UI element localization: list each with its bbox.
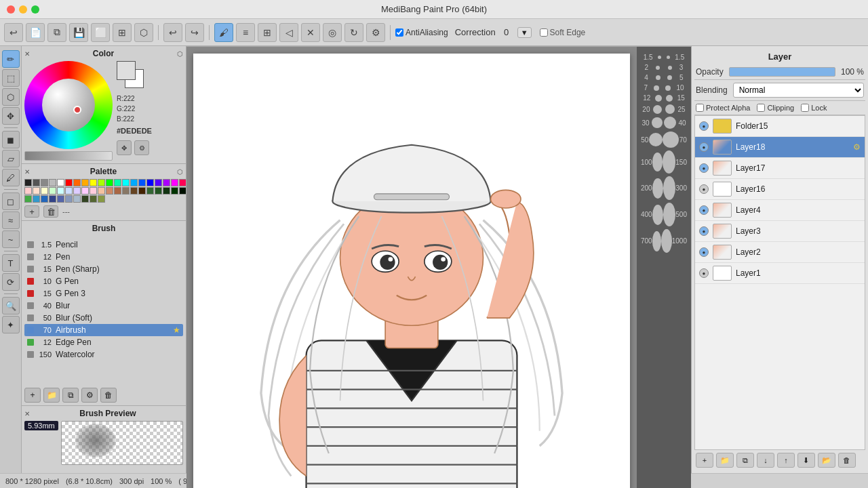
- tool-select[interactable]: ⬚: [2, 69, 20, 87]
- brush-copy[interactable]: ⧉: [62, 388, 79, 403]
- tool-smudge[interactable]: ~: [2, 230, 20, 248]
- palette-color-30[interactable]: [106, 187, 113, 195]
- ruler-right-dot[interactable]: [667, 56, 670, 59]
- palette-color-22[interactable]: [41, 187, 48, 195]
- tool-grid2-btn[interactable]: ⊞: [258, 23, 277, 42]
- brush-folder[interactable]: 📁: [43, 388, 60, 403]
- brush-delete[interactable]: 🗑: [100, 388, 117, 403]
- tool-extra2[interactable]: ✦: [2, 316, 20, 333]
- palette-color-5[interactable]: [65, 179, 73, 186]
- preview-panel-close[interactable]: ✕: [24, 410, 30, 418]
- palette-color-0[interactable]: [24, 179, 32, 186]
- palette-color-37[interactable]: [163, 187, 170, 195]
- layer-folder-btn[interactable]: 📂: [818, 453, 835, 468]
- palette-color-15[interactable]: [146, 179, 154, 186]
- palette-color-40[interactable]: [24, 195, 32, 203]
- tool-fill[interactable]: ◼: [2, 131, 20, 148]
- palette-color-48[interactable]: [90, 195, 97, 203]
- layer-item-layer16[interactable]: ●Layer16: [695, 179, 865, 200]
- palette-color-17[interactable]: [163, 179, 170, 186]
- tool-blur[interactable]: ≈: [2, 211, 20, 229]
- ruler-right-dot[interactable]: [668, 66, 672, 70]
- palette-color-39[interactable]: [179, 187, 186, 195]
- palette-color-35[interactable]: [146, 187, 154, 195]
- ruler-left-dot[interactable]: [652, 231, 661, 251]
- palette-color-18[interactable]: [171, 179, 178, 186]
- ruler-right-dot[interactable]: [664, 117, 676, 129]
- ruler-right-dot[interactable]: [663, 203, 676, 226]
- color-extra-btn2[interactable]: ⚙: [134, 140, 149, 155]
- clipping-option[interactable]: Clipping: [757, 104, 794, 112]
- minimize-button[interactable]: [19, 5, 27, 14]
- canvas-area[interactable]: 1.51.52345710121520253040507010015020030…: [186, 47, 691, 488]
- palette-color-46[interactable]: [73, 195, 81, 203]
- ruler-right-dot[interactable]: [663, 131, 679, 148]
- palette-color-42[interactable]: [41, 195, 48, 203]
- ruler-left-dot[interactable]: [652, 152, 663, 171]
- palette-color-8[interactable]: [90, 179, 97, 186]
- tool-undo-btn[interactable]: ↩: [4, 23, 23, 42]
- palette-color-27[interactable]: [81, 187, 89, 195]
- layer-visibility-toggle[interactable]: ●: [699, 142, 709, 152]
- ruler-right-dot[interactable]: [667, 75, 672, 80]
- layer-move-up-btn[interactable]: ↑: [777, 453, 795, 468]
- brush-item-pen[interactable]: 12Pen: [24, 251, 183, 263]
- fg-swatch[interactable]: [117, 61, 136, 80]
- color-gradient-bar[interactable]: [24, 151, 113, 161]
- ruler-left-dot[interactable]: [649, 133, 663, 146]
- layer-visibility-toggle[interactable]: ●: [699, 268, 709, 278]
- canvas[interactable]: [193, 54, 630, 488]
- ruler-left-dot[interactable]: [655, 95, 662, 102]
- tool-text[interactable]: T: [2, 254, 20, 272]
- brush-add[interactable]: +: [24, 388, 41, 403]
- palette-color-38[interactable]: [171, 187, 178, 195]
- tool-redo-action[interactable]: ↪: [185, 23, 204, 42]
- lock-checkbox[interactable]: [801, 104, 809, 112]
- palette-color-24[interactable]: [57, 187, 64, 195]
- ruler-left-dot[interactable]: [652, 205, 663, 225]
- palette-color-25[interactable]: [65, 187, 73, 195]
- layer-item-layer2[interactable]: ●Layer2: [695, 242, 865, 263]
- tool-shape[interactable]: ▱: [2, 150, 20, 167]
- palette-color-12[interactable]: [122, 179, 130, 186]
- ruler-right-dot[interactable]: [663, 150, 675, 174]
- protect-alpha-checkbox[interactable]: [696, 104, 704, 112]
- layer-item-layer17[interactable]: ●Layer17: [695, 158, 865, 179]
- tool-extra1[interactable]: ⟳: [2, 273, 20, 291]
- layer-visibility-toggle[interactable]: ●: [699, 121, 709, 131]
- layer-add-btn[interactable]: +: [696, 453, 713, 468]
- palette-panel-expand[interactable]: ⬡: [177, 168, 183, 176]
- layer-merge-btn[interactable]: ⬇: [797, 453, 815, 468]
- ruler-right-dot[interactable]: [663, 176, 676, 200]
- color-panel-close[interactable]: ✕: [24, 50, 30, 58]
- ruler-left-dot[interactable]: [653, 105, 662, 114]
- tool-fill-btn[interactable]: ≡: [236, 23, 255, 42]
- palette-color-6[interactable]: [73, 179, 81, 186]
- palette-color-1[interactable]: [33, 179, 40, 186]
- tool-settings-btn[interactable]: ⚙: [366, 23, 385, 42]
- ruler-right-dot[interactable]: [661, 229, 672, 253]
- tool-export-btn[interactable]: ⬜: [91, 23, 110, 42]
- color-wheel[interactable]: [24, 61, 113, 149]
- layer-visibility-toggle[interactable]: ●: [699, 226, 709, 236]
- brush-item-watercolor[interactable]: 150Watercolor: [24, 348, 183, 361]
- tool-eyedropper[interactable]: 🖊: [2, 169, 20, 186]
- tool-share-btn[interactable]: ⬡: [134, 23, 153, 42]
- protect-alpha-option[interactable]: Protect Alpha: [696, 104, 750, 112]
- layer-visibility-toggle[interactable]: ●: [699, 184, 709, 194]
- layer-item-layer1[interactable]: ●Layer1: [695, 263, 865, 284]
- palette-color-43[interactable]: [49, 195, 56, 203]
- clipping-checkbox[interactable]: [757, 104, 765, 112]
- blending-dropdown[interactable]: Normal: [733, 83, 864, 98]
- tool-circle-btn[interactable]: ◎: [323, 23, 342, 42]
- layer-item-layer18[interactable]: ●Layer18⚙: [695, 137, 865, 158]
- layer-item-layer4[interactable]: ●Layer4: [695, 200, 865, 221]
- tool-save-btn[interactable]: 💾: [69, 23, 88, 42]
- tool-lasso[interactable]: ⬡: [2, 88, 20, 106]
- tool-arrow-btn[interactable]: ◁: [279, 23, 298, 42]
- tool-brush-btn[interactable]: 🖌: [214, 23, 233, 42]
- palette-color-16[interactable]: [155, 179, 162, 186]
- palette-color-19[interactable]: [179, 179, 186, 186]
- tool-grid-btn[interactable]: ⊞: [113, 23, 132, 42]
- brush-item-edge-pen[interactable]: 12Edge Pen: [24, 336, 183, 348]
